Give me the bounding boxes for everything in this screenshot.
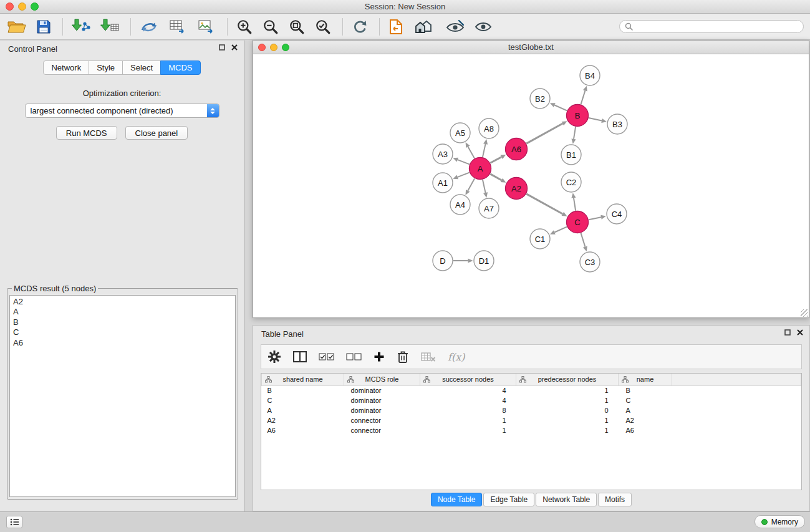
show-columns-button[interactable] — [293, 351, 307, 362]
window-controls — [6, 2, 39, 11]
graph-edge-B-B2[interactable] — [554, 105, 567, 110]
export-image-button[interactable] — [197, 19, 216, 35]
graph-edge-A-A1[interactable] — [458, 173, 470, 177]
toolbar-separator — [130, 18, 131, 36]
zoom-window-button[interactable] — [31, 2, 39, 11]
column-header-MCDS-role[interactable]: MCDS role — [344, 374, 420, 385]
delete-column-button[interactable] — [397, 350, 409, 364]
network-canvas[interactable]: B4B2BB3A5A8A6B1A3AC2A1A2A4A7C4CC1DD1C3 — [253, 54, 809, 317]
float-panel-icon[interactable] — [219, 44, 225, 51]
delete-table-button[interactable] — [421, 352, 436, 362]
control-panel-title: Control Panel — [8, 44, 57, 54]
table-header-row: shared nameMCDS rolesuccessor nodesprede… — [262, 374, 801, 385]
graph-edge-A2-C[interactable] — [526, 194, 562, 214]
result-item[interactable]: A6 — [13, 338, 232, 348]
import-table-from-file-button[interactable] — [100, 19, 119, 35]
graph-edge-B-B1[interactable] — [574, 127, 576, 139]
result-item[interactable]: C — [13, 327, 232, 337]
network-graph[interactable]: B4B2BB3A5A8A6B1A3AC2A1A2A4A7C4CC1DD1C3 — [253, 54, 809, 317]
graph-edge-A-A7[interactable] — [483, 180, 486, 193]
task-list-icon — [10, 518, 19, 526]
close-panel-button[interactable]: Close panel — [125, 126, 188, 140]
refresh-layout-button[interactable] — [352, 19, 368, 35]
table-settings-button[interactable] — [268, 350, 281, 364]
graph-edge-A-A2[interactable] — [490, 174, 501, 180]
search-input[interactable] — [636, 22, 798, 31]
close-table-panel-icon[interactable] — [797, 329, 803, 336]
graph-node-label: B4 — [585, 71, 595, 80]
tab-network[interactable]: Network — [43, 60, 89, 75]
result-item[interactable]: A2 — [13, 297, 232, 307]
zoom-out-button[interactable] — [263, 19, 279, 35]
table-row[interactable]: A2connector11A2 — [262, 415, 801, 425]
graph-edge-B-B4[interactable] — [581, 90, 586, 104]
orange-document-icon — [388, 19, 403, 35]
network-view-window[interactable]: testGlobe.txt B4B2BB3A5A8A6B1A3AC2A1A2A4… — [253, 40, 809, 318]
show-hide-graphics-button[interactable] — [475, 20, 492, 34]
minimize-window-button[interactable] — [18, 2, 26, 11]
memory-button[interactable]: Memory — [755, 515, 805, 528]
import-network-from-file-button[interactable] — [72, 19, 90, 35]
float-table-panel-icon[interactable] — [784, 329, 791, 336]
tab-style[interactable]: Style — [89, 60, 123, 75]
tab-motifs[interactable]: Motifs — [598, 493, 632, 506]
close-window-button[interactable] — [6, 2, 14, 11]
graph-edge-A6-B[interactable] — [526, 123, 562, 143]
close-panel-icon[interactable] — [231, 44, 238, 51]
column-header-predecessor-nodes[interactable]: predecessor nodes — [516, 374, 619, 385]
deselect-all-button[interactable] — [346, 352, 362, 361]
open-session-document-button[interactable] — [388, 19, 403, 35]
tab-network-table[interactable]: Network Table — [536, 493, 597, 506]
tab-node-table[interactable]: Node Table — [431, 493, 483, 506]
mcds-result-list[interactable]: A2ABCA6 — [9, 295, 236, 497]
graph-edge-A-A5[interactable] — [468, 147, 474, 158]
save-session-button[interactable] — [36, 19, 51, 34]
select-all-button[interactable] — [319, 352, 334, 361]
table-panel-title: Table Panel — [261, 329, 304, 339]
tab-mcds[interactable]: MCDS — [160, 60, 200, 75]
search-field[interactable] — [619, 20, 804, 33]
task-history-button[interactable] — [6, 516, 22, 528]
table-row[interactable]: Adominator80A — [262, 405, 801, 415]
style-preview-button[interactable] — [446, 19, 465, 34]
graph-edge-B-B3[interactable] — [589, 118, 602, 121]
node-table: shared nameMCDS rolesuccessor nodesprede… — [261, 373, 802, 490]
table-row[interactable]: Bdominator41B — [262, 385, 801, 395]
memory-status-icon — [761, 519, 768, 525]
tab-select[interactable]: Select — [122, 60, 161, 75]
add-column-button[interactable] — [374, 351, 385, 362]
resize-grip[interactable] — [801, 309, 808, 317]
run-mcds-button[interactable]: Run MCDS — [56, 126, 117, 140]
graph-edge-C-C3[interactable] — [581, 233, 586, 247]
column-header-shared-name[interactable]: shared name — [262, 374, 344, 385]
zoom-fit-button[interactable] — [289, 19, 305, 35]
network-minimize-button[interactable] — [270, 44, 277, 51]
zoom-in-button[interactable] — [236, 19, 253, 35]
result-item[interactable]: B — [13, 317, 232, 327]
export-table-button[interactable] — [168, 19, 187, 35]
graph-edge-A-A8[interactable] — [483, 144, 486, 157]
zoom-selected-button[interactable] — [315, 19, 331, 35]
table-row[interactable]: Cdominator41C — [262, 395, 801, 405]
criterion-selected-value: largest connected component (directed) — [31, 106, 173, 115]
optimization-criterion-select[interactable]: largest connected component (directed) — [25, 104, 219, 118]
new-network-view-button[interactable] — [140, 19, 158, 35]
network-zoom-button[interactable] — [282, 44, 289, 51]
graph-edge-C-C2[interactable] — [574, 198, 576, 211]
home-view-button[interactable] — [413, 19, 436, 34]
graph-edge-A-A4[interactable] — [468, 178, 475, 190]
tab-edge-table[interactable]: Edge Table — [483, 493, 534, 506]
network-close-button[interactable] — [258, 44, 266, 51]
graph-edge-C-C1[interactable] — [554, 227, 567, 233]
graph-edge-C-C4[interactable] — [589, 217, 601, 220]
column-header-successor-nodes[interactable]: successor nodes — [420, 374, 516, 385]
column-header-name[interactable]: name — [619, 374, 672, 385]
open-folder-icon — [7, 19, 26, 34]
graph-edge-A-A3[interactable] — [458, 160, 470, 164]
result-item[interactable]: A — [13, 307, 232, 317]
graph-edge-A-A6[interactable] — [490, 157, 501, 163]
main-toolbar — [0, 14, 810, 40]
table-row[interactable]: A6connector11A6 — [262, 425, 801, 435]
function-builder-button[interactable]: f(x) — [448, 351, 465, 363]
open-folder-button[interactable] — [7, 19, 26, 34]
